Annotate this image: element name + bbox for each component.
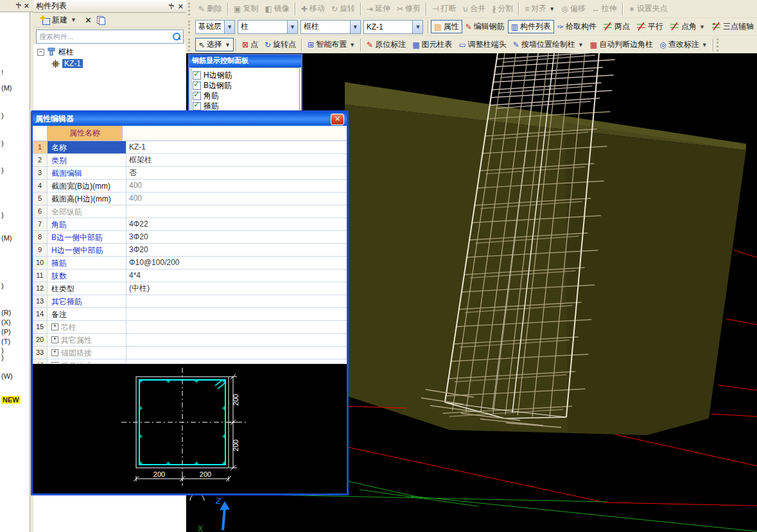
delete-button[interactable]: ✎删除 [195, 2, 225, 15]
rebar-panel-titlebar[interactable]: 钢筋显示控制面板 [189, 55, 301, 67]
rebar-option-h-side-rebar[interactable]: ✓H边钢筋 [193, 70, 298, 80]
toolbar-grip[interactable] [188, 39, 193, 51]
property-value[interactable]: KZ-1 [126, 141, 347, 153]
dropdown-arrow-icon[interactable]: ▼ [349, 42, 355, 48]
edit-rebar-button[interactable]: ✎编辑钢筋 [462, 20, 508, 33]
property-row-other-stirrup[interactable]: 13其它箍筋 [33, 295, 347, 308]
property-row-column-type[interactable]: 12柱类型(中柱) [33, 282, 347, 295]
expand-icon[interactable]: + [51, 336, 58, 343]
property-value[interactable]: 400 [126, 193, 347, 205]
property-value[interactable] [126, 334, 347, 346]
search-icon[interactable] [172, 32, 181, 41]
checkbox-icon[interactable]: ✓ [193, 92, 201, 100]
property-editor-titlebar[interactable]: 属性编辑器 ✕ [33, 112, 347, 126]
smart-layout-button[interactable]: ⊞智能布置▼ [304, 38, 358, 51]
dropdown-arrow-icon[interactable]: ▼ [412, 21, 422, 33]
new-component-button[interactable]: ✚ 新建▼ [37, 13, 80, 27]
property-value[interactable]: (中柱) [126, 282, 347, 295]
merge-button[interactable]: ∪合并 [459, 2, 489, 15]
property-value[interactable] [126, 205, 347, 218]
copy-button[interactable]: ▣复制 [231, 2, 261, 15]
property-row-remark[interactable]: 14备注 [33, 308, 347, 321]
property-value[interactable]: 框架柱 [126, 154, 347, 166]
align-button[interactable]: ≡对齐▼ [521, 2, 558, 15]
property-row-category[interactable]: 2类别框架柱 [33, 154, 347, 167]
property-value[interactable]: 400 [126, 180, 347, 192]
tree-node-item[interactable]: KZ-1 [51, 58, 186, 69]
trim-button[interactable]: ✂修剪 [394, 2, 424, 15]
dropdown-arrow-icon[interactable]: ▼ [702, 42, 708, 48]
split-button[interactable]: ∦分割 [489, 2, 516, 15]
component-list-button[interactable]: ▥构件列表 [508, 20, 554, 33]
toolbar-grip[interactable] [717, 39, 721, 51]
property-row-corner-bar[interactable]: 7角筋4Φ22 [33, 218, 347, 231]
point-button[interactable]: ⊠点 [239, 38, 261, 51]
collapse-icon[interactable]: − [37, 49, 44, 56]
element-column-table-button[interactable]: ▦图元柱表 [409, 38, 455, 51]
mirror-button[interactable]: ◧镜像 [261, 2, 292, 15]
dropdown-arrow-icon[interactable]: ▼ [350, 21, 360, 33]
tree-node-group[interactable]: − 框柱 [37, 46, 186, 58]
auto-detect-corner-column-button[interactable]: ▦自动判断边角柱 [587, 38, 656, 51]
attribute-button[interactable]: ▤属性 [431, 20, 462, 33]
property-row-stirrup[interactable]: 10箍筋Φ10@100/200 [33, 257, 347, 270]
property-value[interactable]: 4*4 [126, 270, 347, 282]
property-value[interactable] [126, 321, 347, 333]
expand-icon[interactable]: + [51, 349, 58, 356]
stretch-button[interactable]: ↔拉伸 [589, 2, 620, 15]
offset-button[interactable]: ◎偏移 [558, 2, 588, 15]
point-angle-axis-button[interactable]: 点角▼ [666, 20, 708, 33]
break-button[interactable]: ⊣打断 [429, 2, 459, 15]
insitu-annotation-button[interactable]: ✎原位标注 [363, 38, 409, 51]
extend-button[interactable]: ⇥延伸 [363, 2, 394, 15]
checkbox-icon[interactable]: ✓ [193, 82, 201, 90]
category-combo[interactable]: 柱▼ [238, 20, 298, 34]
property-row-legs[interactable]: 11肢数4*4 [33, 270, 347, 282]
copy-component-button[interactable] [97, 16, 105, 24]
dropdown-arrow-icon[interactable]: ▼ [287, 21, 297, 33]
property-row-anchor-lap[interactable]: 33+锚固搭接 [33, 347, 347, 359]
select-button[interactable]: ⇖选择▼ [195, 38, 234, 51]
property-row-height-h[interactable]: 5截面高(H边)(mm)400 [33, 193, 347, 205]
property-row-all-longitudinal[interactable]: 6全部纵筋 [33, 205, 347, 218]
parallel-axis-button[interactable]: 平行 [633, 20, 666, 33]
pin-icon[interactable]: Ⴕ [169, 3, 174, 10]
close-icon[interactable]: ✕ [178, 3, 184, 10]
property-row-core-column[interactable]: 15+芯柱 [33, 321, 347, 334]
property-value[interactable]: Φ10@100/200 [126, 257, 347, 269]
delete-component-button[interactable]: ✕ [85, 15, 92, 25]
pick-component-button[interactable]: ✑拾取构件 [554, 20, 600, 33]
rebar-option-b-side-rebar[interactable]: ✓B边钢筋 [193, 80, 298, 90]
property-row-name[interactable]: 1名称KZ-1 [33, 141, 347, 154]
expand-icon[interactable]: + [51, 323, 58, 330]
property-value[interactable]: 3Φ20 [126, 244, 347, 256]
dropdown-arrow-icon[interactable]: ▼ [224, 21, 234, 33]
name-combo[interactable]: KZ-1▼ [363, 20, 424, 34]
dropdown-arrow-icon[interactable]: ▼ [578, 42, 584, 48]
checkbox-icon[interactable]: ✓ [193, 71, 201, 80]
floor-combo[interactable]: 基础层▼ [195, 20, 236, 34]
property-value[interactable] [126, 295, 347, 307]
checkbox-icon[interactable]: ✓ [193, 102, 201, 110]
modify-annotation-button[interactable]: ◎查改标注▼ [656, 38, 710, 51]
toolbar-grip[interactable] [188, 21, 193, 33]
rotate-point-button[interactable]: ↻旋转点 [261, 38, 299, 51]
two-point-axis-button[interactable]: 两点 [600, 20, 633, 33]
property-row-h-side-middle[interactable]: 9H边一侧中部筋3Φ20 [33, 244, 347, 257]
close-button[interactable]: ✕ [331, 114, 344, 125]
property-value[interactable]: 4Φ22 [126, 218, 347, 230]
property-value[interactable] [126, 308, 347, 320]
property-value[interactable]: 否 [126, 167, 347, 179]
dropdown-arrow-icon[interactable]: ▼ [699, 24, 705, 30]
close-icon[interactable]: ✕ [24, 3, 30, 9]
adjust-column-end-button[interactable]: ▭调整柱端头 [456, 38, 510, 51]
property-value[interactable] [126, 347, 347, 359]
property-row-other-props[interactable]: 20+其它属性 [33, 334, 347, 347]
move-button[interactable]: ✚移动 [298, 2, 328, 15]
set-grip-button[interactable]: ∗设置夹点 [625, 2, 671, 15]
toolbar-grip[interactable] [188, 3, 193, 15]
property-row-section-edit[interactable]: 3截面编辑否 [33, 167, 347, 180]
rebar-option-corner-bar[interactable]: ✓角筋 [193, 90, 298, 101]
type-combo[interactable]: 框柱▼ [300, 20, 361, 34]
pin-icon[interactable]: Ⴕ [16, 3, 21, 9]
